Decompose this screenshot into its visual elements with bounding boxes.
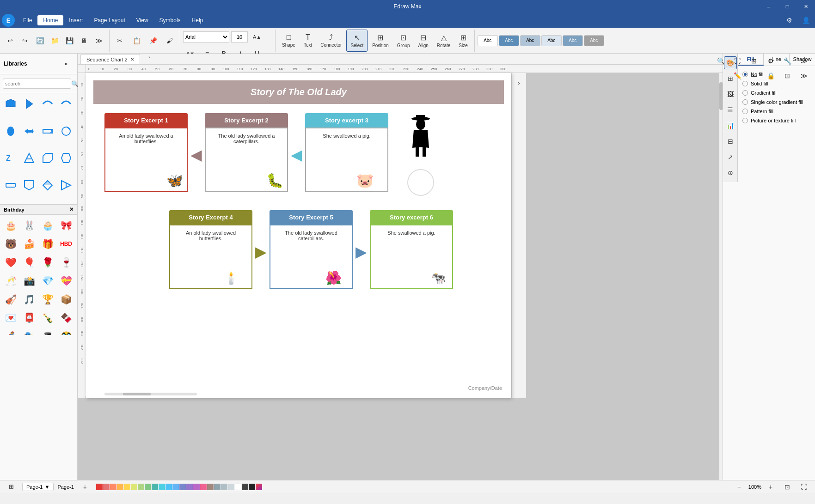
paste-icon[interactable]: 📌 xyxy=(146,33,160,48)
canvas-scroll[interactable]: 0 10 20 30 40 50 60 70 80 90 100 110 xyxy=(78,65,723,480)
color-violet[interactable] xyxy=(193,484,200,490)
birthday-icon-5[interactable]: 🐻 xyxy=(2,235,19,253)
birthday-icon-1[interactable]: 🎂 xyxy=(2,217,19,234)
account-icon[interactable]: 👤 xyxy=(798,13,813,28)
birthday-icon-19[interactable]: 🏆 xyxy=(39,291,56,308)
color-teal[interactable] xyxy=(152,484,158,490)
more-tools[interactable]: ≫ xyxy=(797,68,811,83)
save-button[interactable]: 💾 xyxy=(62,33,77,48)
align-button[interactable]: ⊟ Align xyxy=(415,30,432,52)
more-button[interactable]: ≫ xyxy=(92,33,106,48)
sidebar-collapse-button[interactable]: « xyxy=(59,56,74,71)
fill-option-picture[interactable]: Picture or texture fill xyxy=(741,116,811,125)
birthday-icon-27[interactable]: 🎩 xyxy=(39,328,56,335)
birthday-icon-6[interactable]: 🍰 xyxy=(20,235,38,253)
menu-home[interactable]: Home xyxy=(37,15,63,25)
color-yellow[interactable] xyxy=(124,484,130,490)
chart-button[interactable]: 📊 xyxy=(724,119,737,132)
style-abc-6[interactable]: Abc xyxy=(584,35,604,46)
sidebar-shape-7[interactable] xyxy=(39,122,56,140)
menu-insert[interactable]: Insert xyxy=(63,15,88,25)
table-button[interactable]: ⊟ xyxy=(724,135,737,148)
birthday-icon-22[interactable]: 📮 xyxy=(20,309,38,327)
color-indigo[interactable] xyxy=(179,484,186,490)
search-top-right[interactable]: 🔍 xyxy=(713,54,728,68)
line-tool[interactable]: — xyxy=(747,68,761,83)
page-1-tab[interactable]: Page-1 ▼ xyxy=(22,483,54,491)
birthday-icon-28[interactable]: 🥸 xyxy=(57,328,75,335)
add-page-button[interactable]: + xyxy=(78,480,92,494)
shape-button[interactable]: □ Shape xyxy=(278,30,299,52)
color-blue-gray[interactable] xyxy=(214,484,221,490)
tab-sequence-chart[interactable]: Sequence Chart 2 ✕ xyxy=(80,54,140,64)
tools-button[interactable]: 🔧 xyxy=(780,54,795,68)
layout-view-button[interactable]: ⊞ xyxy=(4,480,18,494)
layers-button[interactable]: ☰ xyxy=(724,103,737,116)
birthday-icon-3[interactable]: 🧁 xyxy=(39,217,56,234)
birthday-icon-16[interactable]: 💝 xyxy=(57,272,75,290)
birthday-icon-2[interactable]: 🐰 xyxy=(20,217,38,234)
color-lime[interactable] xyxy=(131,484,137,490)
sidebar-shape-5[interactable] xyxy=(2,122,19,140)
color-multi[interactable] xyxy=(256,484,262,490)
birthday-icon-23[interactable]: 🍾 xyxy=(39,309,56,327)
v-scrollbar[interactable] xyxy=(719,73,723,480)
birthday-icon-18[interactable]: 🎵 xyxy=(20,291,38,308)
cut-icon[interactable]: ✂ xyxy=(112,33,127,48)
maximize-button[interactable]: □ xyxy=(778,0,797,13)
birthday-icon-12[interactable]: 🍷 xyxy=(57,254,75,271)
menu-view[interactable]: View xyxy=(131,15,154,25)
birthday-icon-17[interactable]: 🎻 xyxy=(2,291,19,308)
color-red[interactable] xyxy=(96,484,103,490)
birthday-icon-26[interactable]: 🎭 xyxy=(20,328,38,335)
copy-icon[interactable]: 📋 xyxy=(129,33,144,48)
color-gray-lighter[interactable] xyxy=(228,484,234,490)
birthday-icon-25[interactable]: 🦸 xyxy=(2,328,19,335)
font-size-increase-button[interactable]: A▲ xyxy=(250,30,264,44)
size-button[interactable]: ⊞ Size xyxy=(455,30,471,52)
sidebar-search-input[interactable] xyxy=(3,79,71,89)
color-brown[interactable] xyxy=(207,484,214,490)
sidebar-shape-6[interactable] xyxy=(20,122,38,140)
menu-page-layout[interactable]: Page Layout xyxy=(88,15,130,25)
undo-button[interactable]: ↩ xyxy=(3,33,18,48)
color-black[interactable] xyxy=(249,484,255,490)
color-light-blue[interactable] xyxy=(165,484,172,490)
fit-view-button[interactable]: ⊡ xyxy=(780,480,795,494)
color-gray-light[interactable] xyxy=(221,484,227,490)
style-abc-1[interactable]: Abc xyxy=(478,35,498,46)
birthday-icon-15[interactable]: 💎 xyxy=(39,272,56,290)
open-button[interactable]: 📁 xyxy=(47,33,62,48)
fullscreen-bottom[interactable]: ⛶ xyxy=(797,480,811,494)
color-dark-gray[interactable] xyxy=(242,484,248,490)
sidebar-shape-1[interactable] xyxy=(2,95,19,113)
select-button[interactable]: ↖ Select xyxy=(346,30,368,52)
birthday-icon-10[interactable]: 🎈 xyxy=(20,254,38,271)
color-pink[interactable] xyxy=(200,484,207,490)
sidebar-shape-16[interactable] xyxy=(57,176,75,194)
color-cyan[interactable] xyxy=(159,484,165,490)
color-light-green[interactable] xyxy=(138,484,144,490)
color-light-red[interactable] xyxy=(103,484,110,490)
connector-button[interactable]: ⤴ Connector xyxy=(317,30,345,52)
birthday-icon-13[interactable]: 🥂 xyxy=(2,272,19,290)
lock-tool[interactable]: 🔒 xyxy=(763,68,778,83)
minimize-button[interactable]: – xyxy=(760,0,778,13)
menu-help[interactable]: Help xyxy=(186,15,209,25)
monitor-button[interactable]: 🖥 xyxy=(77,33,92,48)
fill-option-pattern[interactable]: Pattern fill xyxy=(741,107,811,116)
birthday-icon-21[interactable]: 💌 xyxy=(2,309,19,327)
sidebar-shape-2[interactable] xyxy=(20,95,38,113)
sidebar-shape-10[interactable] xyxy=(20,149,38,167)
refresh-button[interactable]: 🔄 xyxy=(32,33,47,48)
position-button[interactable]: ⊞ Position xyxy=(368,30,392,52)
group-button[interactable]: ⊡ Group xyxy=(393,30,414,52)
menu-file[interactable]: File xyxy=(18,15,37,25)
color-blue[interactable] xyxy=(172,484,179,490)
image-button[interactable]: 🖼 xyxy=(724,88,737,101)
color-white[interactable] xyxy=(235,484,241,490)
sidebar-shape-13[interactable] xyxy=(2,176,19,194)
grid-button[interactable]: ⊞ xyxy=(747,54,761,68)
sidebar-shape-11[interactable] xyxy=(39,149,56,167)
rotate-button[interactable]: △ Rotate xyxy=(433,30,454,52)
